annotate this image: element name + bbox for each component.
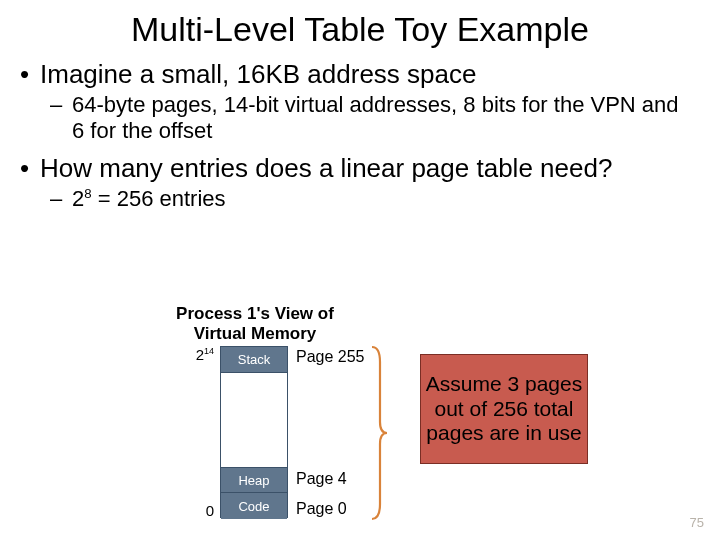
slide-title: Multi-Level Table Toy Example xyxy=(0,0,720,53)
exp-sup: 8 xyxy=(84,186,91,201)
brace-icon xyxy=(370,344,388,522)
bullet-1: Imagine a small, 16KB address space xyxy=(14,59,692,90)
exp-base: 2 xyxy=(72,186,84,211)
bullet-list: Imagine a small, 16KB address space 64-b… xyxy=(0,59,720,213)
segment-gap xyxy=(221,373,287,467)
memory-bar: Stack Heap Code xyxy=(220,346,288,518)
segment-heap: Heap xyxy=(221,467,287,493)
subbullet-1: 64-byte pages, 14-bit virtual addresses,… xyxy=(14,92,692,145)
callout-box: Assume 3 pages out of 256 total pages ar… xyxy=(420,354,588,464)
segment-stack: Stack xyxy=(221,347,287,373)
axis-bottom-label: 0 xyxy=(164,502,214,519)
exp-rest: = 256 entries xyxy=(92,186,226,211)
page-label-4: Page 4 xyxy=(296,470,347,488)
axis-top-label: 214 xyxy=(164,346,214,363)
bullet-2: How many entries does a linear page tabl… xyxy=(14,153,692,184)
diagram-title: Process 1's View of Virtual Memory xyxy=(155,304,355,343)
page-label-0: Page 0 xyxy=(296,500,347,518)
page-label-255: Page 255 xyxy=(296,348,365,366)
slide-number: 75 xyxy=(690,515,704,530)
segment-code: Code xyxy=(221,493,287,519)
subbullet-2: 28 = 256 entries xyxy=(14,186,692,213)
